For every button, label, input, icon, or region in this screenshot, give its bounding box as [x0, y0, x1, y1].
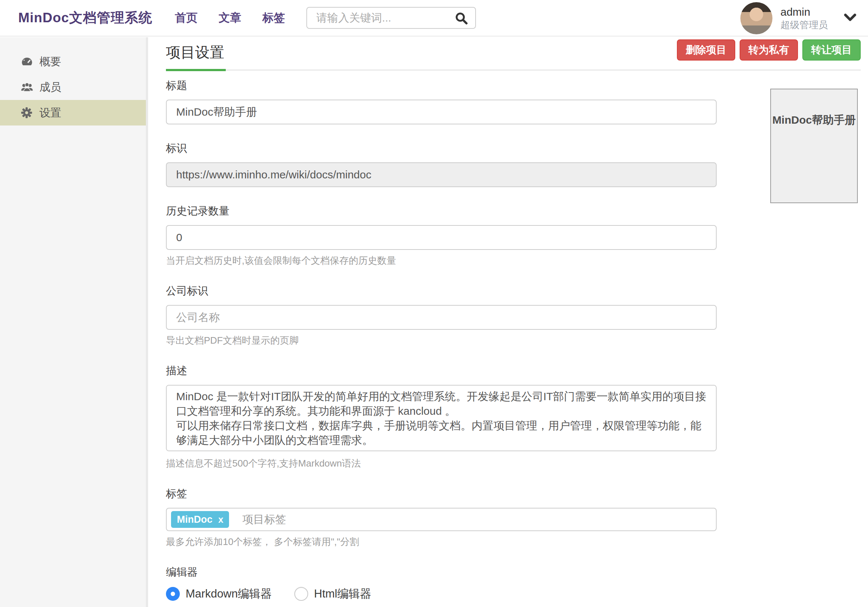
project-cover-title: MinDoc帮助手册: [771, 113, 857, 128]
project-sidebar: 概要 成员: [0, 37, 148, 607]
company-help: 导出文档PDF文档时显示的页脚: [166, 334, 717, 347]
sidebar-item-settings[interactable]: 设置: [0, 100, 146, 126]
page-title: 项目设置: [166, 39, 226, 71]
nav-articles[interactable]: 文章: [219, 10, 242, 26]
tags-group: 标签 MinDoc x 项目标签 最多允许添加10个标签， 多个标签请用","分…: [166, 487, 717, 548]
tag-pill[interactable]: MinDoc x: [171, 511, 229, 528]
history-help: 当开启文档历史时,该值会限制每个文档保存的历史数量: [166, 254, 717, 267]
editor-label: 编辑器: [166, 565, 717, 580]
user-avatar[interactable]: [740, 2, 772, 34]
sidebar-item-label: 设置: [39, 106, 61, 120]
nav-tags[interactable]: 标签: [263, 10, 285, 26]
radio-checked-icon[interactable]: [166, 587, 180, 601]
delete-project-button[interactable]: 删除项目: [677, 39, 735, 61]
description-group: 描述 MinDoc 是一款针对IT团队开发的简单好用的文档管理系统。开发缘起是公…: [166, 364, 717, 470]
dashboard-icon: [20, 56, 34, 68]
search-icon[interactable]: [455, 12, 468, 26]
project-cover-preview: MinDoc帮助手册: [770, 88, 858, 203]
user-menu[interactable]: admin 超级管理员: [740, 0, 858, 36]
identify-input: [166, 162, 717, 187]
chevron-down-icon[interactable]: [842, 12, 858, 25]
company-label: 公司标识: [166, 284, 717, 298]
editor-group: 编辑器 Markdown编辑器 Html编辑器: [166, 565, 717, 602]
user-name: admin: [780, 5, 828, 19]
title-input[interactable]: [166, 99, 717, 124]
app-brand[interactable]: MinDoc文档管理系统: [18, 9, 152, 27]
description-help: 描述信息不超过500个字符,支持Markdown语法: [166, 457, 717, 470]
nav-home[interactable]: 首页: [175, 10, 198, 26]
tags-input[interactable]: MinDoc x 项目标签: [166, 508, 717, 531]
main-nav: 首页 文章 标签: [175, 10, 306, 26]
company-group: 公司标识 导出文档PDF文档时显示的页脚: [166, 284, 717, 347]
gear-icon: [20, 107, 34, 119]
history-count-input[interactable]: [166, 225, 717, 250]
users-icon: [20, 81, 34, 93]
description-label: 描述: [166, 364, 717, 378]
description-textarea[interactable]: MinDoc 是一款针对IT团队开发的简单好用的文档管理系统。开发缘起是公司IT…: [166, 385, 717, 451]
radio-markdown-editor[interactable]: Markdown编辑器: [166, 586, 272, 602]
project-actions: 删除项目 转为私有 转让项目: [673, 39, 861, 61]
title-label: 标题: [166, 78, 717, 93]
tag-text: MinDoc: [177, 514, 212, 525]
sidebar-item-overview[interactable]: 概要: [0, 49, 146, 75]
identify-label: 标识: [166, 141, 717, 156]
settings-form: 标题 标识 历史记录数量 当开启文档历史时,该值会限制每个文档保存的历史数量 公…: [166, 78, 717, 607]
make-private-button[interactable]: 转为私有: [739, 39, 798, 61]
sidebar-item-label: 概要: [39, 54, 61, 69]
tags-placeholder: 项目标签: [242, 512, 286, 527]
radio-html-editor[interactable]: Html编辑器: [294, 586, 371, 602]
transfer-project-button[interactable]: 转让项目: [802, 39, 861, 61]
identify-group: 标识: [166, 141, 717, 187]
history-label: 历史记录数量: [166, 204, 717, 219]
search-input[interactable]: [306, 7, 476, 29]
top-navbar: MinDoc文档管理系统 首页 文章 标签 admin 超级管理员: [0, 0, 868, 36]
sidebar-item-members[interactable]: 成员: [0, 75, 146, 100]
page-header: 项目设置 删除项目 转为私有 转让项目: [166, 37, 861, 70]
sidebar-item-label: 成员: [39, 80, 61, 95]
search-box: [306, 7, 476, 29]
title-group: 标题: [166, 78, 717, 124]
tags-help: 最多允许添加10个标签， 多个标签请用","分割: [166, 536, 717, 548]
tags-label: 标签: [166, 487, 717, 501]
user-role: 超级管理员: [780, 19, 828, 31]
company-input[interactable]: [166, 305, 717, 330]
history-group: 历史记录数量 当开启文档历史时,该值会限制每个文档保存的历史数量: [166, 204, 717, 267]
editor-options: Markdown编辑器 Html编辑器: [166, 586, 717, 602]
main-content: 项目设置 删除项目 转为私有 转让项目 标题 标识 历史记录数量 当开启文档历史…: [148, 37, 868, 607]
radio-unchecked-icon[interactable]: [294, 587, 308, 601]
tag-remove-icon[interactable]: x: [219, 514, 223, 525]
